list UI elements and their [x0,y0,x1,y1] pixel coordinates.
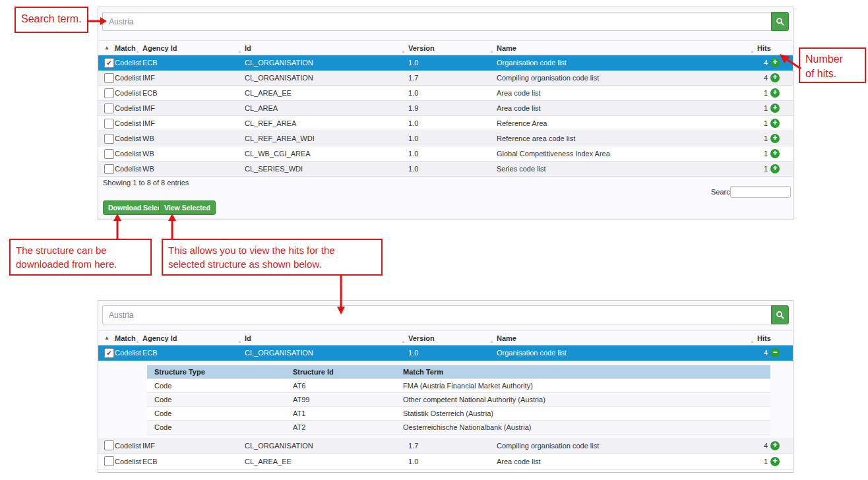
view-selected-button[interactable]: View Selected [159,200,216,215]
search-button[interactable] [771,305,789,324]
search-icon [776,17,785,26]
sort-column-header[interactable]: ▲ [98,335,115,341]
cell-id: CL_ORGANISATION [245,59,408,67]
results-table-header: ▲ Match ▲Agency Id ▲Id ▲Version ▲Name ▲H… [98,40,793,55]
table-row[interactable]: Codelist WB CL_WB_CGI_AREA 1.0 Global Co… [98,146,793,162]
column-header-agency[interactable]: ▲Agency Id [142,334,245,342]
sort-icon: ▲ [489,339,494,344]
expand-hits-icon[interactable]: + [770,149,780,158]
expand-hits-icon[interactable]: + [770,88,780,98]
row-checkbox-checked[interactable]: ✔ [104,348,114,358]
cell-name: Compiling organisation code list [497,442,757,450]
cell-version: 1.7 [408,74,497,82]
cell-version: 1.0 [408,135,497,142]
row-checkbox[interactable] [104,456,114,466]
column-header-name[interactable]: ▲Name [497,334,757,342]
arrow-to-search-input [88,16,108,26]
column-header-id[interactable]: ▲Id [245,44,408,52]
cell-match: Codelist [115,74,142,82]
sort-icon: ▲ [489,49,494,53]
table-row[interactable]: Codelist IMF CL_ORGANISATION 1.7 Compili… [98,71,793,86]
filter-search-input[interactable] [730,186,791,198]
cell-agency: ECB [142,349,245,357]
column-header-hits[interactable]: ▲Hits [757,334,793,342]
collapse-hits-icon[interactable]: − [770,348,780,357]
table-row[interactable]: Codelist ECB CL_AREA_EE 1.0 Area code li… [98,86,793,101]
arrow-to-second-panel [336,274,346,315]
hit-row: Code AT6 FMA (Austria Financial Market A… [147,379,770,393]
cell-agency: IMF [142,104,245,112]
column-header-agency[interactable]: ▲Agency Id [142,44,245,52]
expand-hits-icon[interactable]: + [770,104,780,113]
cell-name: Organisation code list [497,349,757,357]
table-row[interactable]: Codelist IMF CL_AREA 1.9 Area code list … [98,101,793,116]
subcell-id: AT6 [293,382,403,390]
search-button[interactable] [771,12,789,31]
cell-hits: 4 [764,59,768,67]
row-checkbox[interactable] [104,134,114,144]
table-row[interactable]: Codelist WB CL_SERIES_WDI 1.0 Series cod… [98,162,793,177]
table-row[interactable]: Codelist WB CL_REF_AREA_WDI 1.0 Referenc… [98,131,793,146]
cell-hits: 4 [764,349,768,357]
cell-match: Codelist [115,150,142,158]
hit-row: Code AT99 Other competent National Autho… [147,393,770,407]
callout-view-note: This allows you to view the hits for the… [162,239,383,276]
subcolumn-match-term: Match Term [403,368,770,376]
expand-hits-icon[interactable]: + [770,164,780,173]
cell-name: Area code list [497,89,757,97]
sort-icon: ▲ [135,49,140,53]
cell-id: CL_AREA_EE [245,89,408,97]
column-header-id[interactable]: ▲Id [245,334,408,342]
row-checkbox[interactable] [104,73,114,83]
column-header-version[interactable]: ▲Version [408,334,497,342]
subcell-id: AT2 [293,423,403,431]
arrow-to-view-button [168,214,177,240]
row-checkbox[interactable] [104,88,114,98]
row-checkbox[interactable] [104,119,114,129]
cell-agency: IMF [142,119,245,127]
results-table-header: ▲ Match ▲Agency Id ▲Id ▲Version ▲Name ▲H… [98,330,793,345]
row-checkbox-checked[interactable]: ✔ [104,58,114,68]
search-input[interactable] [102,305,771,324]
structure-search-bar [102,305,789,324]
table-row[interactable]: Codelist IMF CL_ORGANISATION 1.7 Compili… [98,438,793,454]
expand-hits-icon[interactable]: + [770,441,780,450]
expanded-results-panel: ▲ Match ▲Agency Id ▲Id ▲Version ▲Name ▲H… [98,300,793,473]
sort-icon: ▲ [750,339,755,344]
table-row-expanded[interactable]: ✔ Codelist ECB CL_ORGANISATION 1.0 Organ… [98,345,793,361]
table-row[interactable]: Codelist ECB CL_AREA_EE 1.0 Area code li… [98,454,793,469]
row-checkbox[interactable] [104,149,114,159]
structure-search-bar [102,12,789,31]
cell-name: Organisation code list [497,59,757,67]
row-checkbox[interactable] [104,104,114,113]
column-header-name[interactable]: ▲Name [497,44,757,52]
expand-hits-icon[interactable]: + [770,119,780,128]
cell-version: 1.0 [408,119,497,127]
cell-hits: 1 [764,119,768,127]
check-icon: ✔ [106,59,111,67]
column-header-version[interactable]: ▲Version [408,44,497,52]
search-input[interactable] [102,12,771,31]
cell-agency: WB [142,165,245,173]
sort-column-header[interactable]: ▲ [98,45,115,51]
hit-details-region: Structure Type Structure Id Match Term C… [98,361,793,438]
hit-row: Code AT1 Statistik Osterreich (Austria) [147,407,770,421]
callout-text: selected structure as shown below. [168,257,376,271]
expand-hits-icon[interactable]: + [770,73,780,82]
annotated-screenshot: ▲ Match ▲Agency Id ▲Id ▲Version ▲Name ▲H… [0,0,868,480]
table-row[interactable]: Codelist IMF CL_REF_AREA 1.0 Reference A… [98,116,793,131]
row-checkbox[interactable] [104,440,114,450]
cell-name: Series code list [497,165,757,173]
cell-id: CL_WB_CGI_AREA [245,150,408,158]
row-checkbox[interactable] [104,164,114,174]
expand-hits-icon[interactable]: + [770,457,780,466]
table-row[interactable]: ✔ Codelist ECB CL_ORGANISATION 1.0 Organ… [98,55,793,71]
cell-name: Compiling organisation code list [497,74,757,82]
expand-hits-icon[interactable]: + [770,134,780,143]
cell-hits: 1 [764,135,768,142]
callout-text: of hits. [805,67,859,81]
expand-hits-icon[interactable]: + [770,58,780,67]
column-header-hits[interactable]: ▲Hits [757,44,793,52]
search-icon [776,311,785,320]
subcell-type: Code [147,423,293,431]
